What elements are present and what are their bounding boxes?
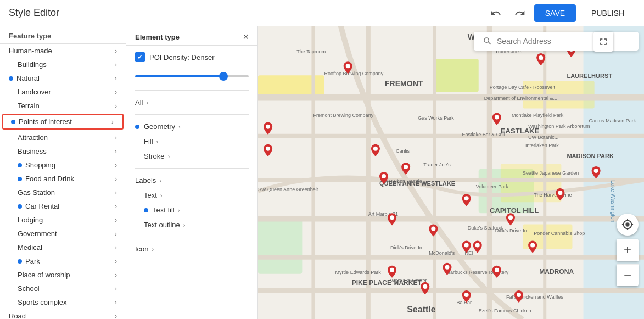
element-item-icon[interactable]: Icon › (135, 242, 249, 256)
redo-button[interactable] (510, 3, 530, 23)
svg-text:SW Queen Anne Greenbelt: SW Queen Anne Greenbelt (258, 187, 318, 192)
chevron-right-icon: › (178, 124, 181, 130)
natural-label: Natural (16, 74, 40, 82)
page-title: Style Editor (9, 7, 479, 19)
svg-text:Dick's Drive-In: Dick's Drive-In (495, 228, 527, 233)
sidebar-item-buildings[interactable]: Buildings › (0, 58, 126, 71)
zoom-out-button[interactable]: − (617, 264, 639, 286)
svg-point-67 (346, 64, 350, 68)
search-bar[interactable]: Search Address (474, 32, 639, 51)
svg-text:Gas Works Park: Gas Works Park (418, 115, 454, 121)
human-made-label: Human-made (9, 47, 52, 55)
element-item-labels[interactable]: Labels › (135, 173, 249, 188)
svg-point-84 (423, 284, 427, 289)
sidebar-item-points-of-interest[interactable]: Points of interest › (2, 114, 124, 130)
svg-point-68 (266, 125, 270, 129)
svg-text:McDonald's: McDonald's (429, 250, 455, 256)
shopping-dot (18, 163, 22, 167)
svg-rect-4 (258, 219, 302, 273)
government-label: Government (18, 230, 57, 238)
food-label: Food and Drink (25, 175, 74, 183)
element-panel-header: Element type × (126, 26, 257, 46)
svg-text:MADISON PARK: MADISON PARK (567, 153, 614, 159)
sidebar-item-attraction[interactable]: Attraction › (0, 131, 126, 144)
element-item-all[interactable]: All › (135, 95, 249, 110)
place-of-worship-label: Place of worship (18, 271, 70, 279)
poi-density-checkbox[interactable] (135, 52, 145, 62)
chevron-right-icon: › (115, 175, 117, 183)
stroke-label: Stroke (144, 152, 165, 160)
poi-density-label: POI Density: Denser (149, 53, 215, 61)
chevron-right-icon: › (115, 271, 117, 279)
car-rental-label: Car Rental (25, 202, 59, 210)
svg-text:Montlake Playfield Park: Montlake Playfield Park (512, 113, 564, 118)
density-slider-container (135, 71, 249, 79)
map-area[interactable]: WALLINGFORD FREMONT EASTLAKE QUEEN ANNE … (258, 26, 644, 319)
sidebar-item-human-made[interactable]: Human-made › (0, 44, 126, 58)
sidebar-item-car-rental[interactable]: Car Rental › (0, 199, 126, 213)
element-panel-title: Element type (135, 33, 180, 41)
chevron-right-icon: › (115, 244, 117, 251)
close-button[interactable]: × (243, 32, 249, 42)
svg-text:Seattle Japanese Garden: Seattle Japanese Garden (523, 170, 579, 176)
header: Style Editor SAVE PUBLISH (0, 0, 644, 26)
divider (135, 114, 249, 115)
feature-panel: Feature type Human-made › Buildings › Na… (0, 26, 126, 319)
map-expand-button[interactable] (593, 32, 613, 52)
school-label: School (18, 284, 40, 293)
poi-density-row: POI Density: Denser (135, 52, 249, 62)
chevron-right-icon: › (115, 134, 117, 142)
svg-text:Volunteer Park: Volunteer Park (476, 184, 509, 189)
density-slider[interactable] (135, 75, 249, 77)
svg-point-88 (558, 191, 562, 195)
chevron-right-icon: › (115, 47, 117, 55)
sidebar-item-park[interactable]: Park › (0, 254, 126, 268)
svg-point-76 (431, 226, 435, 231)
medical-label: Medical (18, 243, 42, 251)
sidebar-item-road[interactable]: Road › (0, 309, 126, 319)
svg-text:MADRONA: MADRONA (539, 268, 574, 276)
element-item-text[interactable]: Text › (135, 188, 249, 203)
svg-text:LAURELHURST: LAURELHURST (567, 72, 612, 79)
save-button[interactable]: SAVE (534, 4, 576, 22)
sidebar-item-government[interactable]: Government › (0, 227, 126, 240)
chevron-right-icon: › (178, 207, 180, 214)
element-item-text-fill[interactable]: Text fill › (135, 203, 249, 217)
main-content: Feature type Human-made › Buildings › Na… (0, 26, 644, 319)
sidebar-item-terrain[interactable]: Terrain › (0, 99, 126, 113)
publish-button[interactable]: PUBLISH (580, 4, 635, 22)
element-item-stroke[interactable]: Stroke › (135, 149, 249, 164)
sidebar-item-gas-station[interactable]: Gas Station › (0, 186, 126, 199)
attraction-label: Attraction (18, 133, 48, 142)
sidebar-item-medical[interactable]: Medical › (0, 240, 126, 254)
svg-point-72 (266, 147, 270, 151)
sidebar-item-place-of-worship[interactable]: Place of worship › (0, 268, 126, 282)
svg-point-78 (475, 243, 480, 248)
sidebar-item-natural[interactable]: Natural › (0, 71, 126, 85)
chevron-right-icon: › (146, 99, 148, 106)
location-button[interactable] (617, 214, 639, 236)
zoom-in-button[interactable]: + (617, 239, 639, 261)
landcover-label: Landcover (18, 88, 51, 96)
header-actions: SAVE PUBLISH (486, 3, 635, 23)
sidebar-item-food-and-drink[interactable]: Food and Drink › (0, 172, 126, 186)
sidebar-item-landcover[interactable]: Landcover › (0, 85, 126, 99)
undo-button[interactable] (486, 3, 506, 23)
sidebar-item-business[interactable]: Business › (0, 144, 126, 158)
sidebar-item-lodging[interactable]: Lodging › (0, 213, 126, 227)
element-item-text-outline[interactable]: Text outline › (135, 217, 249, 232)
sidebar-item-shopping[interactable]: Shopping › (0, 158, 126, 172)
svg-point-82 (390, 268, 394, 272)
element-item-geometry[interactable]: Geometry › (135, 119, 249, 134)
element-item-fill[interactable]: Fill › (135, 134, 249, 149)
svg-text:Myrtle Edwards Park: Myrtle Edwards Park (335, 270, 382, 275)
svg-point-77 (508, 215, 513, 220)
sidebar-item-school[interactable]: School › (0, 282, 126, 295)
natural-dot (9, 76, 13, 81)
chevron-right-icon: › (111, 118, 114, 126)
svg-text:Portage Bay Cafe - Roosevelt: Portage Bay Cafe - Roosevelt (490, 85, 556, 90)
sidebar-item-sports-complex[interactable]: Sports complex › (0, 295, 126, 309)
svg-point-74 (464, 196, 469, 200)
chevron-right-icon: › (115, 61, 117, 69)
svg-point-73 (382, 174, 386, 178)
